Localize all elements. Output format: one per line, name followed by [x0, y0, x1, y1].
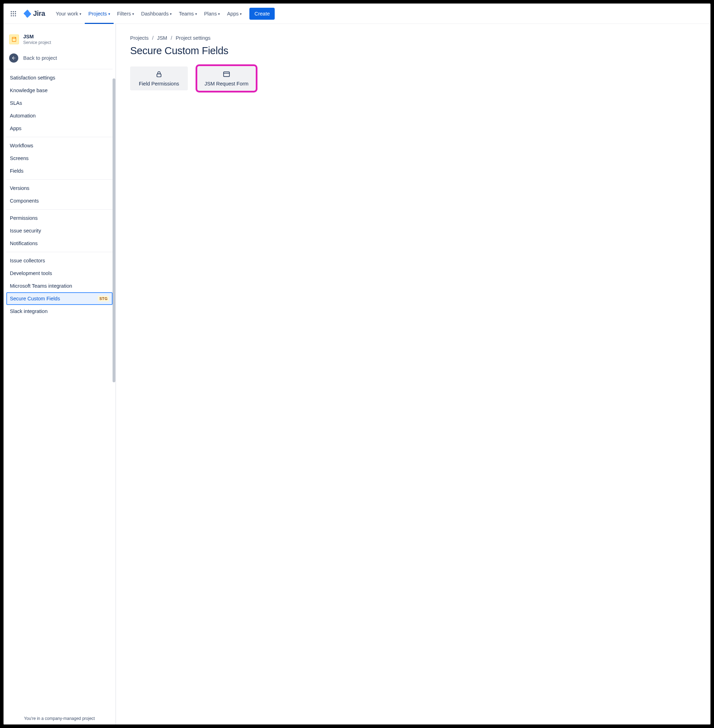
nav-item-apps[interactable]: Apps▾ — [224, 3, 245, 24]
sidebar-item-label: Permissions — [10, 215, 38, 221]
sidebar-item-label: Development tools — [10, 270, 52, 276]
arrow-left-icon — [9, 54, 18, 63]
sidebar-item-issue-collectors[interactable]: Issue collectors — [6, 254, 112, 267]
sidebar-item-slack-integration[interactable]: Slack integration — [6, 305, 112, 318]
card-label: Field Permissions — [139, 81, 179, 87]
breadcrumb-settings[interactable]: Project settings — [176, 35, 210, 41]
sidebar-item-secure-custom-fields[interactable]: Secure Custom FieldsSTG — [6, 292, 112, 305]
top-nav: Jira Your work▾Projects▾Filters▾Dashboar… — [3, 3, 711, 24]
sidebar: JSM Service project Back to project Sati… — [3, 24, 116, 725]
sidebar-item-label: Automation — [10, 113, 36, 118]
create-button[interactable]: Create — [249, 8, 275, 20]
nav-item-filters[interactable]: Filters▾ — [114, 3, 138, 24]
sidebar-item-issue-security[interactable]: Issue security — [6, 225, 112, 237]
sidebar-item-apps[interactable]: Apps — [6, 122, 112, 135]
sidebar-item-label: Slack integration — [10, 309, 48, 314]
chevron-down-icon: ▾ — [240, 12, 242, 16]
sidebar-item-label: Screens — [10, 156, 28, 161]
nav-item-projects[interactable]: Projects▾ — [85, 3, 113, 24]
sidebar-item-development-tools[interactable]: Development tools — [6, 267, 112, 280]
sidebar-item-knowledge-base[interactable]: Knowledge base — [6, 84, 112, 97]
sidebar-item-components[interactable]: Components — [6, 195, 112, 207]
sidebar-scrollbar[interactable] — [112, 78, 116, 711]
jira-logo[interactable]: Jira — [20, 8, 48, 19]
sidebar-item-automation[interactable]: Automation — [6, 109, 112, 122]
sidebar-item-label: Issue security — [10, 228, 41, 234]
svg-point-0 — [11, 11, 12, 12]
project-name: JSM — [23, 34, 51, 39]
page-title: Secure Custom Fields — [130, 45, 696, 57]
sidebar-item-label: Secure Custom Fields — [10, 296, 60, 301]
nav-item-dashboards[interactable]: Dashboards▾ — [138, 3, 175, 24]
sidebar-item-satisfaction-settings[interactable]: Satisfaction settings — [6, 71, 112, 84]
svg-rect-10 — [157, 74, 161, 77]
sidebar-item-fields[interactable]: Fields — [6, 165, 112, 177]
svg-point-1 — [13, 11, 14, 12]
stg-badge: STG — [98, 296, 109, 301]
sidebar-item-label: SLAs — [10, 100, 22, 106]
app-switcher-icon[interactable] — [8, 8, 19, 19]
sidebar-item-label: Satisfaction settings — [10, 75, 55, 81]
card-label: JSM Request Form — [205, 81, 249, 87]
back-label: Back to project — [23, 55, 57, 61]
sidebar-item-label: Microsoft Teams integration — [10, 283, 72, 289]
sidebar-item-label: Notifications — [10, 241, 38, 246]
svg-point-3 — [11, 13, 12, 14]
sidebar-item-label: Versions — [10, 185, 30, 191]
project-avatar-icon — [9, 34, 19, 44]
chevron-down-icon: ▾ — [218, 12, 220, 16]
svg-rect-11 — [224, 72, 230, 76]
main-content: Projects / JSM / Project settings Secure… — [116, 24, 711, 725]
chevron-down-icon: ▾ — [170, 12, 172, 16]
lock-icon — [156, 71, 162, 79]
nav-item-plans[interactable]: Plans▾ — [201, 3, 224, 24]
sidebar-item-label: Apps — [10, 126, 21, 131]
chevron-down-icon: ▾ — [80, 12, 81, 16]
nav-item-teams[interactable]: Teams▾ — [175, 3, 201, 24]
sidebar-item-label: Components — [10, 198, 39, 204]
breadcrumb-project[interactable]: JSM — [157, 35, 167, 41]
svg-point-6 — [11, 15, 12, 16]
sidebar-footer: You're in a company-managed project — [3, 711, 116, 725]
back-to-project[interactable]: Back to project — [3, 49, 116, 69]
chevron-down-icon: ▾ — [132, 12, 134, 16]
sidebar-item-notifications[interactable]: Notifications — [6, 237, 112, 250]
sidebar-item-microsoft-teams-integration[interactable]: Microsoft Teams integration — [6, 280, 112, 292]
svg-point-8 — [15, 15, 16, 16]
chevron-down-icon: ▾ — [108, 12, 110, 16]
sidebar-item-label: Fields — [10, 168, 24, 174]
chevron-down-icon: ▾ — [195, 12, 197, 16]
nav-item-your-work[interactable]: Your work▾ — [52, 3, 85, 24]
card-field-permissions[interactable]: Field Permissions — [130, 66, 188, 90]
card-jsm-request-form[interactable]: JSM Request Form — [198, 66, 255, 90]
sidebar-item-permissions[interactable]: Permissions — [6, 212, 112, 225]
brand-name: Jira — [33, 9, 45, 18]
sidebar-item-slas[interactable]: SLAs — [6, 97, 112, 109]
svg-point-5 — [15, 13, 16, 14]
project-subtitle: Service project — [23, 40, 51, 45]
form-icon — [223, 71, 230, 79]
sidebar-item-label: Workflows — [10, 143, 33, 148]
svg-point-2 — [15, 11, 16, 12]
svg-point-7 — [13, 15, 14, 16]
sidebar-item-versions[interactable]: Versions — [6, 182, 112, 195]
svg-point-4 — [13, 13, 14, 14]
sidebar-item-workflows[interactable]: Workflows — [6, 139, 112, 152]
breadcrumb-projects[interactable]: Projects — [130, 35, 148, 41]
sidebar-item-screens[interactable]: Screens — [6, 152, 112, 165]
sidebar-item-label: Issue collectors — [10, 258, 45, 264]
sidebar-item-label: Knowledge base — [10, 88, 48, 93]
project-header: JSM Service project — [3, 24, 116, 49]
breadcrumb: Projects / JSM / Project settings — [130, 35, 696, 41]
